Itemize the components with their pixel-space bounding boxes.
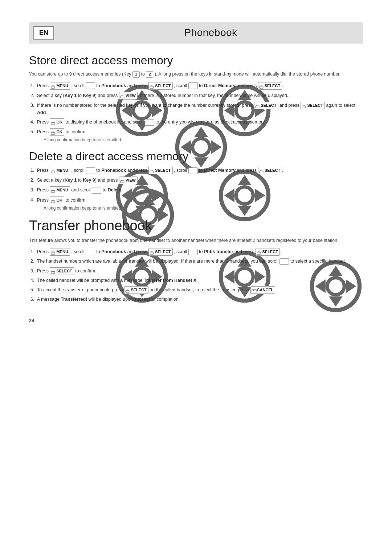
select-button-2: SELECT: [258, 82, 282, 90]
del-nav-key-3: [92, 187, 101, 194]
del-select-button-1: SELECT: [148, 167, 172, 174]
nav-key-1: [86, 82, 95, 89]
store-intro: You can store up to 9 direct access memo…: [29, 71, 363, 78]
svg-rect-10: [252, 289, 256, 292]
transfer-intro: This feature allows you to transfer the …: [29, 237, 363, 244]
ok-button-2: OK: [50, 128, 64, 136]
select-button-4: SELECT: [301, 102, 324, 109]
tr-nav-key-1: [86, 249, 95, 255]
select-button-3: SELECT: [254, 102, 278, 109]
delete-step-1: Press MENU , scroll to Phonebook and pre…: [36, 167, 363, 174]
ok-button-1: OK: [50, 118, 64, 126]
transfer-steps-list: Press MENU , scroll to Phonebook and pre…: [36, 248, 363, 303]
del-menu-button-2: MENU: [50, 186, 70, 194]
del-select-button-2: SELECT: [258, 167, 282, 174]
select-button-1: SELECT: [148, 82, 172, 90]
view-button: VIEW: [119, 92, 138, 100]
key-1-badge: 1: [132, 71, 140, 78]
store-section-title: Store direct access memory: [29, 54, 363, 67]
del-menu-button: MENU: [50, 167, 70, 174]
cancel-button: CANCEL: [250, 286, 275, 294]
language-badge: EN: [33, 26, 54, 40]
store-steps-list: Press MENU , scroll to Phonebook and pre…: [36, 82, 363, 143]
page-title: Phonebook: [58, 27, 363, 39]
tr-select-button-4: SELECT: [124, 286, 148, 294]
nav-key-3: [145, 119, 154, 126]
store-step-2: Select a key (Key 1 to Key 9) and press …: [36, 92, 363, 100]
header-bar: EN Phonebook: [29, 22, 363, 44]
tr-menu-button: MENU: [50, 248, 70, 256]
tr-select-button-1: SELECT: [148, 248, 172, 256]
store-section: Store direct access memory You can store…: [29, 54, 363, 143]
transfer-step-1: Press MENU , scroll to Phonebook and pre…: [36, 248, 363, 256]
delete-step-3: Press MENU and scroll to Delete.: [36, 186, 363, 194]
tr-select-button-3: SELECT: [50, 267, 74, 275]
store-step-4: Press OK to display the phonebook list a…: [36, 118, 363, 126]
tr-nav-key-2: [188, 249, 198, 255]
key-2-badge: 2: [146, 71, 153, 78]
transfer-step-2: The handset numbers which are available …: [36, 258, 363, 265]
del-nav-key-2: [188, 167, 198, 174]
delete-steps-list: Press MENU , scroll to Phonebook and pre…: [36, 167, 363, 211]
tr-nav-key-3: [279, 258, 289, 265]
del-view-button: VIEW: [119, 177, 138, 184]
store-step-1: Press MENU , scroll to Phonebook and pre…: [36, 82, 363, 90]
nav-key-2: [188, 82, 198, 89]
page-number: 24: [29, 318, 363, 323]
menu-button: MENU: [50, 82, 70, 90]
del-nav-key-1: [86, 167, 95, 174]
tr-select-button-2: SELECT: [256, 248, 279, 256]
del-ok-button: OK: [50, 197, 64, 204]
